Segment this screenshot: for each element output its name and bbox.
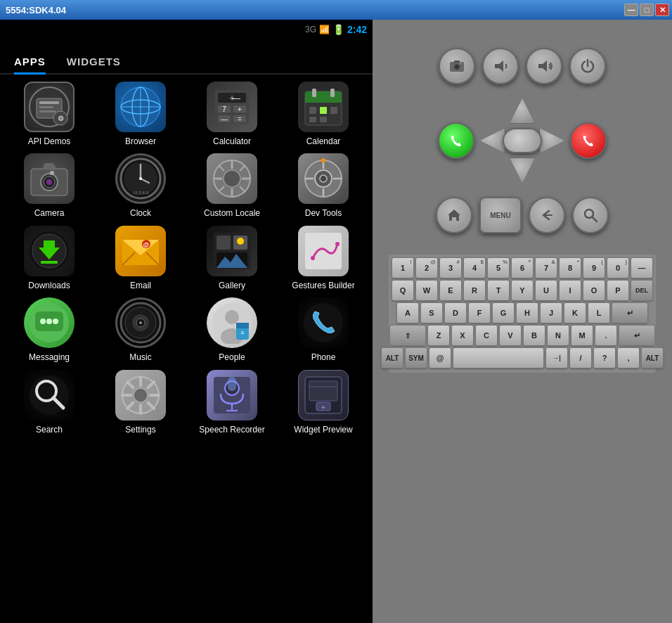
dpad-right[interactable] [539,128,564,153]
app-camera[interactable]: Camera [7,153,91,218]
key-slash[interactable]: / [569,347,592,368]
app-api-demos[interactable]: ⚙ API Demos [7,82,91,146]
app-people[interactable]: ≡ People [190,297,274,362]
dpad-up[interactable] [510,98,535,124]
camera-button[interactable] [439,48,475,84]
app-search[interactable]: Search [7,370,91,435]
tab-widgets[interactable]: WIDGETS [67,56,121,73]
key-9[interactable]: (9 [583,257,605,278]
app-music[interactable]: Music [98,297,183,362]
tab-apps[interactable]: APPS [14,56,46,73]
key-g[interactable]: G [492,302,515,323]
key-l[interactable]: L [588,302,610,323]
key-comma[interactable]: , [617,347,640,368]
search-nav-button[interactable] [572,197,609,233]
key-m[interactable]: M [571,325,593,346]
app-clock[interactable]: 12 3 6 9 Clock [98,153,183,218]
app-downloads[interactable]: Downloads [7,226,91,290]
close-button[interactable]: ✕ [655,4,669,16]
key-r[interactable]: R [463,280,486,301]
key-b[interactable]: B [523,325,545,346]
key-p[interactable]: P [607,280,629,301]
volume-down-button[interactable] [482,48,519,84]
key-j[interactable]: J [540,302,562,323]
key-d[interactable]: D [444,302,467,323]
key-f[interactable]: F [468,302,491,323]
key-5[interactable]: %5 [487,257,510,278]
key-question[interactable]: ? [593,347,616,368]
call-button[interactable] [438,122,474,159]
key-sym[interactable]: SYM [405,347,427,368]
svg-rect-33 [320,117,327,122]
app-dev-tools[interactable]: Dev Tools [281,153,366,218]
key-alt-left[interactable]: ALT [381,347,403,368]
app-settings[interactable]: Settings [98,370,183,435]
dpad-down[interactable] [510,158,535,183]
svg-text:+: + [238,105,242,113]
dpad-center[interactable] [503,128,542,153]
icon-people: ≡ [207,297,257,348]
app-custom-locale[interactable]: Custom Locale [190,153,274,218]
key-a[interactable]: A [396,302,419,323]
back-button[interactable] [529,197,565,233]
key-enter2[interactable]: ↵ [619,325,655,346]
key-i[interactable]: I [559,280,581,301]
key-3[interactable]: #3 [439,257,462,278]
svg-text:⚙: ⚙ [58,115,64,122]
app-messaging[interactable]: Messaging [7,297,91,362]
key-7[interactable]: &7 [535,257,557,278]
key-space[interactable] [453,347,544,368]
status-bar: 3G 📶 🔋 2:42 [0,20,373,39]
key-4[interactable]: $4 [463,257,486,278]
key-period[interactable]: . [595,325,617,346]
app-calendar[interactable]: Calendar [281,82,366,146]
app-widget-preview[interactable]: + Widget Preview [281,370,366,435]
key-arrow[interactable]: →| [545,347,568,368]
key-2[interactable]: @2 [415,257,438,278]
key-z[interactable]: Z [427,325,450,346]
power-button[interactable] [569,48,606,84]
volume-up-button[interactable] [526,48,562,84]
key-y[interactable]: Y [511,280,534,301]
app-gallery[interactable]: Gallery [190,226,274,290]
app-gestures-builder[interactable]: Gestures Builder [281,226,366,290]
key-1[interactable]: !1 [392,257,414,278]
key-w[interactable]: W [415,280,438,301]
key-k[interactable]: K [564,302,586,323]
key-t[interactable]: T [487,280,510,301]
app-browser[interactable]: Browser [98,82,183,146]
app-phone[interactable]: Phone [281,297,366,362]
icon-downloads [24,226,75,276]
key-e[interactable]: E [439,280,462,301]
home-button[interactable] [436,197,472,233]
key-s[interactable]: S [420,302,443,323]
minimize-button[interactable]: — [624,4,638,16]
key-del[interactable]: DEL [631,280,653,301]
app-calculator[interactable]: — + 7 + — = Calculator [190,82,274,146]
key-n[interactable]: N [547,325,569,346]
end-call-button[interactable] [570,122,607,159]
key-q[interactable]: Q [392,280,414,301]
key-v[interactable]: V [499,325,522,346]
dpad-left[interactable] [480,128,505,153]
maximize-button[interactable]: □ [640,4,654,16]
time-display: 2:42 [347,24,367,35]
key-dash[interactable]: — [631,257,653,278]
menu-button[interactable]: MENU [479,197,522,233]
key-c[interactable]: C [475,325,498,346]
key-enter[interactable]: ↵ [612,302,648,323]
key-o[interactable]: O [583,280,605,301]
svg-rect-127 [454,60,460,63]
key-h[interactable]: H [516,302,538,323]
key-at[interactable]: @ [429,347,451,368]
app-email[interactable]: @ Email [98,226,183,290]
key-0[interactable]: )0 [607,257,629,278]
key-6[interactable]: ^6 [511,257,534,278]
key-alt-right[interactable]: ALT [641,347,664,368]
app-speech-recorder[interactable]: Speech Recorder [190,370,274,435]
key-u[interactable]: U [535,280,557,301]
key-x[interactable]: X [451,325,474,346]
app-label-custom-locale: Custom Locale [204,208,260,218]
key-8[interactable]: *8 [559,257,581,278]
key-shift[interactable]: ⇧ [389,325,426,346]
